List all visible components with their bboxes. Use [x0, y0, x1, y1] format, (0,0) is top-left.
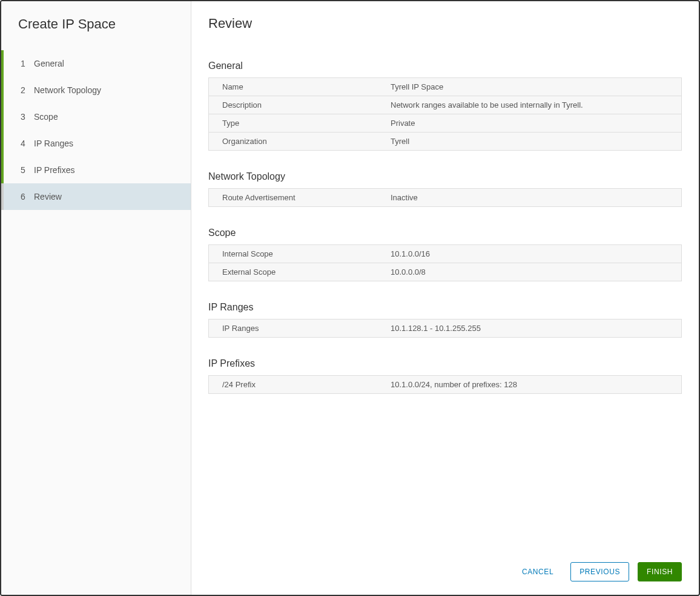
table-row: Description Network ranges available to … — [209, 96, 681, 114]
wizard-step-network-topology[interactable]: 2 Network Topology — [1, 77, 191, 103]
wizard-step-label: Network Topology — [34, 85, 101, 95]
main-content: Review General Name Tyrell IP Space Desc… — [191, 1, 699, 551]
section-network-topology: Network Topology Route Advertisement Ina… — [208, 171, 682, 207]
wizard-sidebar: Create IP Space 1 General 2 Network Topo… — [1, 1, 191, 595]
kv-value: Tyrell IP Space — [385, 78, 681, 96]
section-title: Scope — [208, 228, 682, 238]
section-title: General — [208, 61, 682, 71]
wizard-step-number: 5 — [21, 165, 34, 175]
wizard-step-ip-ranges[interactable]: 4 IP Ranges — [1, 130, 191, 157]
previous-button[interactable]: PREVIOUS — [570, 562, 629, 581]
kv-value: 10.1.0.0/16 — [385, 245, 681, 263]
kv-value: 10.1.0.0/24, number of prefixes: 128 — [385, 376, 681, 393]
kv-value: Inactive — [385, 189, 681, 206]
section-title: IP Ranges — [208, 302, 682, 313]
wizard-step-label: IP Prefixes — [34, 165, 74, 175]
section-general: General Name Tyrell IP Space Description… — [208, 61, 682, 151]
table-row: Route Advertisement Inactive — [209, 189, 681, 206]
wizard-step-scope[interactable]: 3 Scope — [1, 103, 191, 130]
kv-key: Name — [209, 78, 385, 96]
wizard-step-label: Review — [34, 192, 62, 201]
cancel-button[interactable]: CANCEL — [513, 563, 562, 581]
finish-button[interactable]: FINISH — [638, 562, 682, 581]
wizard-step-label: Scope — [34, 112, 58, 122]
wizard-step-number: 3 — [21, 112, 34, 122]
section-ip-prefixes: IP Prefixes /24 Prefix 10.1.0.0/24, numb… — [208, 358, 682, 394]
table-row: Name Tyrell IP Space — [209, 78, 681, 96]
table-row: External Scope 10.0.0.0/8 — [209, 263, 681, 281]
wizard-footer: CANCEL PREVIOUS FINISH — [191, 551, 699, 595]
table-row: Organization Tyrell — [209, 133, 681, 150]
table-row: IP Ranges 10.1.128.1 - 10.1.255.255 — [209, 319, 681, 337]
wizard-step-label: General — [34, 59, 64, 68]
kv-value: Private — [385, 114, 681, 132]
kv-key: Organization — [209, 133, 385, 150]
page-title: Review — [208, 16, 682, 31]
kv-key: Type — [209, 114, 385, 132]
kv-table-ip-prefixes: /24 Prefix 10.1.0.0/24, number of prefix… — [208, 375, 682, 394]
section-scope: Scope Internal Scope 10.1.0.0/16 Externa… — [208, 228, 682, 281]
wizard-step-general[interactable]: 1 General — [1, 50, 191, 77]
section-title: Network Topology — [208, 171, 682, 182]
wizard-step-number: 6 — [21, 192, 34, 201]
section-title: IP Prefixes — [208, 358, 682, 369]
wizard-step-number: 2 — [21, 85, 34, 95]
wizard-step-label: IP Ranges — [34, 139, 73, 148]
kv-value: 10.1.128.1 - 10.1.255.255 — [385, 319, 681, 337]
dialog-body: Create IP Space 1 General 2 Network Topo… — [1, 1, 699, 595]
wizard-main: Review General Name Tyrell IP Space Desc… — [191, 1, 699, 595]
kv-value: Network ranges available to be used inte… — [385, 96, 681, 114]
kv-table-general: Name Tyrell IP Space Description Network… — [208, 77, 682, 151]
kv-key: Description — [209, 96, 385, 114]
kv-key: /24 Prefix — [209, 376, 385, 393]
table-row: Internal Scope 10.1.0.0/16 — [209, 245, 681, 263]
wizard-step-number: 4 — [21, 139, 34, 148]
kv-key: Route Advertisement — [209, 189, 385, 206]
kv-key: IP Ranges — [209, 319, 385, 337]
kv-key: Internal Scope — [209, 245, 385, 263]
kv-table-scope: Internal Scope 10.1.0.0/16 External Scop… — [208, 244, 682, 281]
wizard-step-ip-prefixes[interactable]: 5 IP Prefixes — [1, 157, 191, 183]
kv-key: External Scope — [209, 263, 385, 281]
kv-table-network-topology: Route Advertisement Inactive — [208, 188, 682, 207]
section-ip-ranges: IP Ranges IP Ranges 10.1.128.1 - 10.1.25… — [208, 302, 682, 338]
kv-value: 10.0.0.0/8 — [385, 263, 681, 281]
kv-table-ip-ranges: IP Ranges 10.1.128.1 - 10.1.255.255 — [208, 319, 682, 338]
wizard-step-review[interactable]: 6 Review — [1, 183, 191, 210]
table-row: /24 Prefix 10.1.0.0/24, number of prefix… — [209, 376, 681, 393]
wizard-title: Create IP Space — [1, 13, 191, 50]
table-row: Type Private — [209, 114, 681, 133]
wizard-dialog: Create IP Space 1 General 2 Network Topo… — [0, 0, 700, 596]
kv-value: Tyrell — [385, 133, 681, 150]
wizard-steps: 1 General 2 Network Topology 3 Scope 4 I… — [1, 50, 191, 210]
wizard-step-number: 1 — [21, 59, 34, 68]
